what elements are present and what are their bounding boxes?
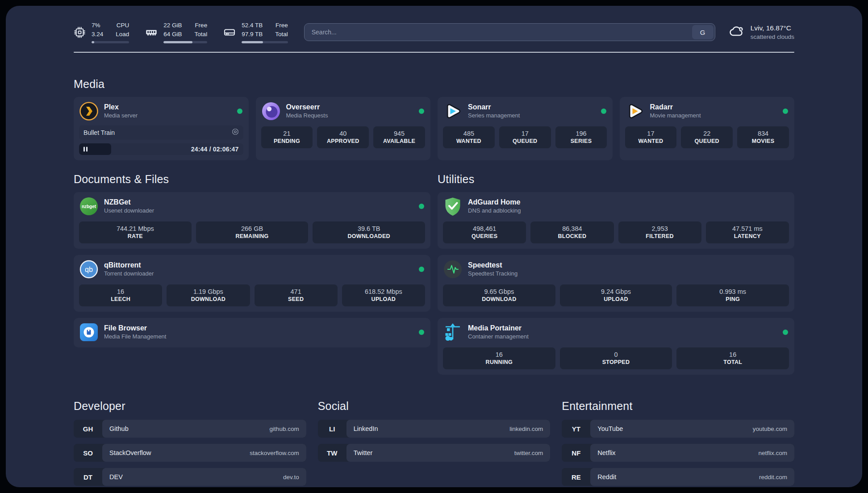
service-subtitle: Torrent downloader [104,270,413,278]
bookmark-netflix[interactable]: NF Netflix netflix.com [562,444,794,462]
stat-filtered: 2,953 FILTERED [618,221,701,243]
service-link-overseerr[interactable]: Overseerr Media Requests [286,103,414,120]
service-subtitle: Speedtest Tracking [468,270,789,278]
bookmark-stackoverflow[interactable]: SO StackOverflow stackoverflow.com [74,444,306,462]
disk-widget: 52.4 TB 97.9 TB Free Total [223,21,288,43]
service-link-filebrowser[interactable]: File Browser Media File Management [104,324,413,341]
bookmark-abbr: DT [74,468,102,486]
stat-label: AVAILABLE [374,138,424,144]
stat-label: FILTERED [619,233,701,239]
session-settings-icon[interactable] [232,128,239,137]
filebrowser-icon[interactable] [79,322,99,342]
section-media: Media Plex [74,78,794,160]
stat-value: 196 [556,130,606,137]
stat-pending: 21 PENDING [261,126,313,148]
stat-value: 485 [444,130,494,137]
bookmark-url: dev.to [283,474,299,480]
bookmark-name: Netflix [597,449,615,456]
radarr-icon[interactable] [625,101,645,121]
system-metrics: 7% 3.24 CPU Load [74,21,288,43]
service-card-qbittorrent: qb qBittorrent Torrent downloader 16 LEE… [74,255,430,312]
stat-value: 9.24 Gbps [561,288,672,295]
status-dot-online [783,109,788,114]
bookmark-dev[interactable]: DT DEV dev.to [74,468,306,486]
service-link-plex[interactable]: Plex Media server [104,103,232,120]
adguard-icon[interactable] [443,196,463,216]
stat-label: WANTED [444,138,494,144]
plex-now-playing: Bullet Train 24:44 / 02:06:47 [79,125,243,155]
playback-progress-bar[interactable]: 24:44 / 02:06:47 [79,143,243,155]
search-provider-button[interactable]: G [692,25,714,39]
service-card-overseerr: Overseerr Media Requests 21 PENDING 40 A… [256,97,431,160]
dashboard-page: 7% 3.24 CPU Load [6,6,862,487]
stat-series: 196 SERIES [555,126,607,148]
bookmark-github[interactable]: GH Github github.com [74,420,306,438]
bookmark-name: Github [109,425,129,432]
bookmark-abbr: GH [74,420,102,438]
stat-label: PENDING [262,138,312,144]
stat-value: 16 [80,288,161,295]
service-subtitle: Series management [468,112,596,120]
overseerr-icon[interactable] [261,101,281,121]
cpu-icon [74,26,86,38]
service-title: NZBGet [104,198,413,207]
bookmark-youtube[interactable]: YT YouTube youtube.com [562,420,794,438]
bookmark-name: DEV [109,473,123,480]
stat-label: QUEUED [682,138,732,144]
stat-upload: 618.52 Mbps UPLOAD [342,284,425,306]
stat-available: 945 AVAILABLE [373,126,425,148]
stat-value: 266 GB [197,225,308,232]
nzbget-icon[interactable]: nzbget [79,196,99,216]
service-subtitle: Movie management [650,112,778,120]
portainer-icon[interactable] [443,322,463,342]
stat-seed: 471 SEED [255,284,338,306]
memory-free-label: Free [195,21,208,30]
section-bookmarks: Developer GH Github github.com SO StackO… [74,400,794,486]
disk-progress-track [242,41,288,43]
stat-queued: 17 QUEUED [499,126,551,148]
search-input[interactable] [305,24,691,41]
service-link-radarr[interactable]: Radarr Movie management [650,103,778,120]
section-title-utilities: Utilities [438,173,794,186]
stat-movies: 834 MOVIES [737,126,789,148]
memory-widget: 22 GiB 64 GiB Free Total [145,21,207,43]
bookmark-linkedin[interactable]: LI LinkedIn linkedin.com [318,420,551,438]
section-title-documents: Documents & Files [74,173,430,186]
bookmark-url: netflix.com [758,450,787,456]
sonarr-icon[interactable] [443,101,463,121]
disk-total-label: Total [275,30,288,39]
stat-value: 945 [374,130,424,137]
stat-label: MOVIES [738,138,788,144]
search-bar: G [304,23,715,41]
cpu-usage-label: CPU [116,21,129,30]
now-playing-title: Bullet Train [83,129,115,136]
service-link-adguard[interactable]: AdGuard Home DNS and adblocking [468,198,789,215]
bookmark-name: StackOverflow [109,449,151,456]
stat-approved: 40 APPROVED [317,126,369,148]
service-link-portainer[interactable]: Media Portainer Container management [468,324,777,341]
speedtest-icon[interactable] [443,259,463,279]
service-title: AdGuard Home [468,198,789,207]
column-documents: Documents & Files nzbget NZBG [74,173,430,347]
stat-value: 86,384 [531,225,613,232]
service-link-qbittorrent[interactable]: qBittorrent Torrent downloader [104,261,413,278]
memory-free-value: 22 GiB [163,21,182,30]
service-link-nzbget[interactable]: NZBGet Usenet downloader [104,198,413,215]
service-link-speedtest[interactable]: Speedtest Speedtest Tracking [468,261,789,278]
service-link-sonarr[interactable]: Sonarr Series management [468,103,596,120]
bookmark-reddit[interactable]: RE Reddit reddit.com [562,468,794,486]
status-dot-online [783,330,788,335]
stat-value: 0 [561,351,672,358]
stat-value: 16 [677,351,788,358]
stat-label: DOWNLOAD [167,296,249,302]
cpu-progress-track [92,41,129,43]
stat-label: RUNNING [444,359,555,365]
stat-download: 1.19 Gbps DOWNLOAD [167,284,250,306]
bookmark-url: stackoverflow.com [250,450,299,456]
qbittorrent-icon[interactable]: qb [79,259,99,279]
plex-icon[interactable] [79,101,99,121]
stat-label: STOPPED [561,359,672,365]
stat-label: QUERIES [444,233,525,239]
bookmark-twitter[interactable]: TW Twitter twitter.com [318,444,551,462]
bookmark-group-developer: Developer GH Github github.com SO StackO… [74,400,306,486]
